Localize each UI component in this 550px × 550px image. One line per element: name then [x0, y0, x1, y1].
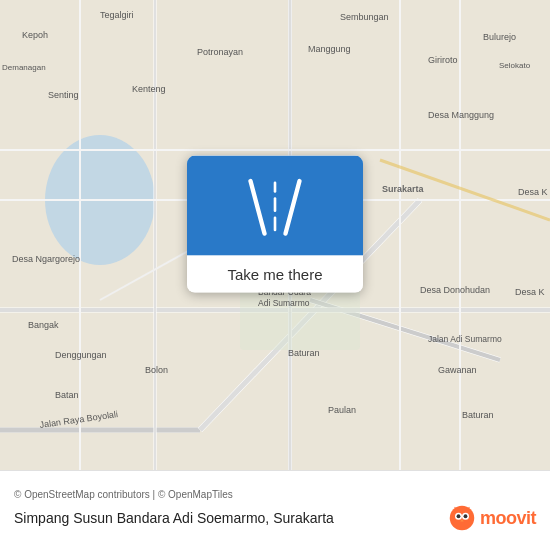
svg-text:Bangak: Bangak [28, 320, 59, 330]
svg-line-53 [251, 181, 265, 234]
svg-text:Bulurejo: Bulurejo [483, 32, 516, 42]
svg-line-54 [286, 181, 300, 234]
take-me-there-button[interactable]: Take me there [187, 256, 363, 293]
svg-text:Batan: Batan [55, 390, 79, 400]
svg-point-58 [450, 506, 475, 531]
moovit-logo: moovit [448, 504, 536, 532]
svg-text:Selokato: Selokato [499, 61, 531, 70]
svg-text:Denggungan: Denggungan [55, 350, 107, 360]
svg-text:Paulan: Paulan [328, 405, 356, 415]
svg-text:Desa Donohudan: Desa Donohudan [420, 285, 490, 295]
svg-text:Tegalgiri: Tegalgiri [100, 10, 134, 20]
svg-point-62 [464, 514, 468, 518]
svg-text:Surakarta: Surakarta [382, 184, 425, 194]
svg-point-61 [457, 514, 461, 518]
svg-text:Baturan: Baturan [462, 410, 494, 420]
svg-text:Potronayan: Potronayan [197, 47, 243, 57]
svg-text:Demanagan: Demanagan [2, 63, 46, 72]
bottom-bar: © OpenStreetMap contributors | © OpenMap… [0, 470, 550, 550]
card-icon-area [187, 156, 363, 256]
svg-text:Desa Manggung: Desa Manggung [428, 110, 494, 120]
place-name: Simpang Susun Bandara Adi Soemarmo, Sura… [14, 510, 334, 526]
road-directions-icon [240, 171, 310, 241]
svg-text:Adi Sumarmo: Adi Sumarmo [258, 298, 310, 308]
bottom-row: Simpang Susun Bandara Adi Soemarmo, Sura… [14, 504, 536, 532]
svg-text:Baturan: Baturan [288, 348, 320, 358]
moovit-brand-text: moovit [480, 508, 536, 529]
svg-text:Desa K: Desa K [515, 287, 545, 297]
svg-text:Manggung: Manggung [308, 44, 351, 54]
svg-text:Giriroto: Giriroto [428, 55, 458, 65]
svg-text:Bolon: Bolon [145, 365, 168, 375]
svg-text:Jalan Adi Sumarmo: Jalan Adi Sumarmo [428, 334, 502, 344]
location-card: Take me there [187, 156, 363, 293]
svg-text:Sembungan: Sembungan [340, 12, 389, 22]
map-attribution: © OpenStreetMap contributors | © OpenMap… [14, 489, 536, 500]
map-area[interactable]: Tegalgiri Kepoh Sembungan Demanagan Potr… [0, 0, 550, 470]
svg-text:Desa Ngargorejo: Desa Ngargorejo [12, 254, 80, 264]
svg-text:Gawanan: Gawanan [438, 365, 477, 375]
svg-text:Desa K: Desa K [518, 187, 548, 197]
svg-text:Senting: Senting [48, 90, 79, 100]
moovit-owl-icon [448, 504, 476, 532]
svg-text:Kenteng: Kenteng [132, 84, 166, 94]
svg-text:Kepoh: Kepoh [22, 30, 48, 40]
